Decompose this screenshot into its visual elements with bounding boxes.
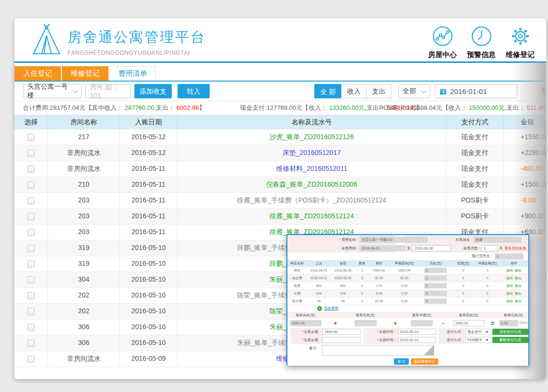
tx-time-input[interactable]: 2016-05-14	[398, 329, 436, 335]
tenant-input[interactable]: 徐雁	[474, 237, 522, 243]
row-checkbox[interactable]	[27, 134, 35, 141]
tx-amount-input[interactable]: 1590.00	[322, 329, 360, 335]
back-to-fee-center-button[interactable]: 返回费用中心	[411, 358, 438, 365]
row-checkbox[interactable]	[27, 197, 35, 204]
delete-link[interactable]: 删除	[515, 284, 522, 287]
date-from-value: 2016-01-01	[450, 87, 487, 95]
fee-cell: 5.00	[369, 292, 389, 295]
row-checkbox[interactable]	[27, 181, 35, 189]
method-select[interactable]: 全部	[398, 84, 430, 98]
arrears-input[interactable]: 0	[424, 283, 447, 288]
edit-link[interactable]: 编辑	[506, 299, 513, 303]
row-checkbox[interactable]	[27, 356, 35, 363]
tx-method-select[interactable]: 现金支付	[465, 329, 490, 335]
calendar-icon	[440, 88, 447, 95]
add-payment-method-button[interactable]: 添加支付方式	[492, 329, 528, 335]
row-checkbox[interactable]	[27, 340, 35, 347]
bill-offset-input[interactable]	[411, 320, 433, 326]
required-mark: *	[377, 330, 379, 334]
building-select[interactable]: 头宫公寓一号楼	[23, 84, 82, 98]
tx-amount-label-text: 交易金额：	[304, 330, 322, 334]
bill-value-cell	[347, 320, 383, 326]
tab-1[interactable]: 维修登记	[62, 66, 108, 81]
chevron-down-icon	[421, 88, 426, 93]
segment-all[interactable]: 全 部	[314, 84, 342, 98]
edit-link[interactable]: 编辑	[506, 276, 513, 280]
bill-receivable-input[interactable]: 1590.00	[453, 320, 485, 326]
delete-payment-method-button[interactable]: 删除支付方式	[492, 337, 528, 343]
period-to-input[interactable]: 2016-06-30	[412, 245, 451, 251]
bill-received-input[interactable]: 1590.00	[290, 320, 322, 326]
arrears-input[interactable]: 0	[424, 275, 447, 281]
row-checkbox[interactable]	[27, 308, 35, 315]
row-checkbox[interactable]	[27, 229, 35, 236]
bill-link[interactable]: 维修材料_20160512011	[276, 165, 347, 172]
transfer-in-button[interactable]: 转入	[178, 84, 210, 98]
summary-text: 287760.00	[125, 104, 154, 111]
date-cell: 2016-05-09	[120, 351, 178, 367]
edit-link[interactable]: 编辑	[506, 269, 513, 272]
row-checkbox[interactable]	[27, 324, 35, 331]
bill-link[interactable]: 沙虎_账单_ZD20160512126	[270, 133, 354, 141]
arrears-input[interactable]: 0	[424, 268, 447, 273]
edit-link[interactable]: 编辑	[506, 284, 513, 287]
date-from-input[interactable]: 2016-01-01	[435, 84, 517, 98]
fee-cell: 0	[475, 292, 499, 295]
fee-cell: 2016-06-01	[307, 269, 331, 272]
edit-link[interactable]: 编辑	[506, 292, 513, 295]
tab-0[interactable]: 入住登记	[14, 66, 61, 81]
fee-cell: 物业费	[287, 276, 307, 281]
history-bills-link[interactable]: 更多历史账单	[505, 246, 526, 251]
select-cell	[14, 209, 48, 224]
note-textarea[interactable]	[322, 345, 434, 356]
add-transaction-button[interactable]: 添加收支	[134, 84, 172, 98]
arrears-input[interactable]: 0	[424, 298, 447, 304]
row-checkbox[interactable]	[27, 261, 35, 268]
fee-cell: 2016-06-30	[331, 276, 355, 280]
payment-cell: POS刷卡	[446, 193, 504, 208]
bill-link[interactable]: 倪春森_账单_ZD20160512006	[266, 180, 357, 188]
bill-balance-input[interactable]: 0.00	[499, 320, 518, 326]
row-checkbox[interactable]	[27, 213, 35, 220]
segment-income[interactable]: 收入	[341, 84, 367, 98]
summary-text: 150000.00元	[469, 104, 504, 111]
page: 房舍通公寓管理平台 FANGSHETONGGONGYUGUANLIPINGTAI…	[0, 0, 548, 392]
row-checkbox[interactable]	[27, 276, 35, 284]
months-input[interactable]: 1	[481, 245, 498, 251]
delete-link[interactable]: 删除	[515, 292, 522, 295]
row-checkbox[interactable]	[27, 150, 35, 157]
delete-link[interactable]: 删除	[515, 299, 522, 303]
room-cell: 非房间流水	[48, 351, 120, 367]
bill-link[interactable]: 床垫_20160512017	[283, 149, 341, 156]
save-button[interactable]: 保 存	[394, 358, 409, 365]
room-number-input[interactable]: 房号,如：101	[85, 84, 131, 98]
row-checkbox[interactable]	[27, 292, 35, 299]
segment-expense[interactable]: 支出	[366, 84, 392, 98]
amount-value: -480.00	[521, 165, 543, 172]
date-cell: 2016-05-11	[120, 209, 178, 224]
fee-name-input[interactable]: 头宫公寓一号楼203	[359, 237, 428, 243]
room-cell: 非房间流水	[48, 145, 120, 161]
arrears-input[interactable]: 0	[424, 291, 447, 296]
delete-link[interactable]: 删除	[515, 269, 522, 272]
table-row: 2172016-05-12沙虎_账单_ZD20160512126现金支付+159…	[14, 130, 546, 145]
bill-link[interactable]: 徐雁_账单_ZD20160512124	[270, 212, 354, 220]
totals-summary-bar: 合计费用:281757.04元【其中收入： 287760.00,支出： 6002…	[14, 101, 546, 115]
tab-2[interactable]: 费用清单	[109, 66, 156, 81]
row-checkbox[interactable]	[27, 166, 35, 173]
tx-method-select[interactable]: POS刷卡	[465, 337, 490, 343]
period-from-input[interactable]: 2016-06-01	[359, 245, 405, 251]
nav-item-clock[interactable]: 预警信息	[464, 25, 499, 59]
row-checkbox[interactable]	[27, 245, 35, 252]
bill-discount-input[interactable]	[355, 320, 377, 326]
bill-link: 徐雁_账单_手续费（POS刷卡）_ZD20160512124	[237, 196, 386, 204]
points-input[interactable]: 0	[495, 253, 524, 260]
nav-item-gear[interactable]: 维修登记	[503, 25, 537, 59]
delete-link[interactable]: 删除	[515, 276, 522, 280]
tx-amount-input[interactable]	[322, 337, 360, 343]
nav-item-chart[interactable]: 房屋中心	[425, 25, 460, 59]
bill-label-cell: 账单结余(元)	[499, 313, 528, 318]
tx-time-input[interactable]: 2016-05-14	[398, 337, 436, 343]
add-fee-link[interactable]: 添加费用	[324, 306, 338, 311]
required-mark: *	[377, 338, 379, 342]
